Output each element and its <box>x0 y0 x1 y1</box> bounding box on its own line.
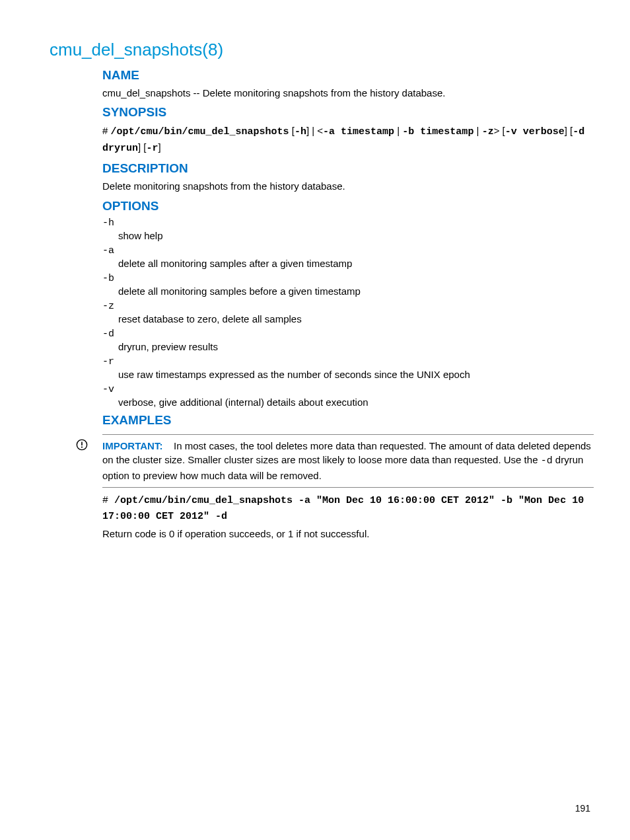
option-flag: -v <box>102 384 594 395</box>
synopsis-p14: -r <box>147 143 158 154</box>
name-text: cmu_del_snapshots -- Delete monitoring s… <box>102 87 594 100</box>
synopsis-p9: > [ <box>494 125 505 136</box>
return-code-text: Return code is 0 if operation succeeds, … <box>102 527 594 541</box>
option-desc: show help <box>102 230 594 241</box>
option-flag: -h <box>102 217 594 229</box>
option-item: -z reset database to zero, delete all sa… <box>102 301 594 325</box>
synopsis-p7: | <box>473 125 481 136</box>
synopsis-p15: ] <box>158 141 161 153</box>
section-options-heading: OPTIONS <box>102 199 594 213</box>
synopsis-p1: [ <box>289 125 295 136</box>
synopsis-p13: ] [ <box>138 141 147 153</box>
option-item: -d dryrun, preview results <box>102 328 594 352</box>
section-examples-heading: EXAMPLES <box>102 413 594 428</box>
synopsis-cmd: /opt/cmu/bin/cmu_del_snapshots <box>111 126 289 137</box>
important-label: IMPORTANT: <box>102 440 162 451</box>
option-item: -a delete all monitoring samples after a… <box>102 245 594 269</box>
option-flag: -z <box>102 301 594 312</box>
svg-point-2 <box>81 446 83 447</box>
synopsis-p2: -h <box>295 126 306 137</box>
section-synopsis-heading: SYNOPSIS <box>102 105 594 120</box>
page-title: cmu_del_snapshots(8) <box>50 40 594 60</box>
important-text-a: In most cases, the tool deletes more dat… <box>102 440 591 466</box>
example-command: # /opt/cmu/bin/cmu_del_snapshots -a "Mon… <box>102 493 594 525</box>
synopsis-p10: -v verbose <box>505 126 565 137</box>
important-note: IMPORTANT: In most cases, the tool delet… <box>102 434 594 488</box>
option-flag: -d <box>102 328 594 340</box>
option-desc: delete all monitoring samples after a gi… <box>102 258 594 269</box>
synopsis-p11: ] [ <box>565 125 573 136</box>
description-text: Delete monitoring snapshots from the his… <box>102 180 594 193</box>
option-flag: -b <box>102 273 594 284</box>
option-item: -v verbose, give additional (internal) d… <box>102 384 594 408</box>
important-code: -d <box>541 455 553 467</box>
example-cmd-text: /opt/cmu/bin/cmu_del_snapshots -a "Mon D… <box>102 495 584 522</box>
option-desc: delete all monitoring samples before a g… <box>102 286 594 297</box>
option-item: -r use raw timestamps expressed as the n… <box>102 356 594 380</box>
synopsis-p6: -b timestamp <box>402 126 473 137</box>
important-icon <box>76 439 88 451</box>
synopsis-p8: -z <box>482 126 494 137</box>
section-description-heading: DESCRIPTION <box>102 161 594 176</box>
synopsis-p3: ] | < <box>306 125 323 136</box>
synopsis-p4: -a timestamp <box>323 126 394 137</box>
section-name-heading: NAME <box>102 68 594 83</box>
option-item: -h show help <box>102 217 594 241</box>
option-desc: verbose, give additional (internal) deta… <box>102 397 594 408</box>
synopsis-p5: | <box>394 125 402 136</box>
option-desc: use raw timestamps expressed as the numb… <box>102 369 594 380</box>
option-flag: -r <box>102 356 594 367</box>
page-number: 191 <box>575 803 590 814</box>
option-flag: -a <box>102 245 594 256</box>
synopsis-block: # /opt/cmu/bin/cmu_del_snapshots [-h] | … <box>102 124 594 156</box>
option-item: -b delete all monitoring samples before … <box>102 273 594 297</box>
synopsis-prompt: # <box>102 125 111 136</box>
example-prompt: # <box>102 495 114 506</box>
option-desc: dryrun, preview results <box>102 341 594 352</box>
option-desc: reset database to zero, delete all sampl… <box>102 313 594 325</box>
